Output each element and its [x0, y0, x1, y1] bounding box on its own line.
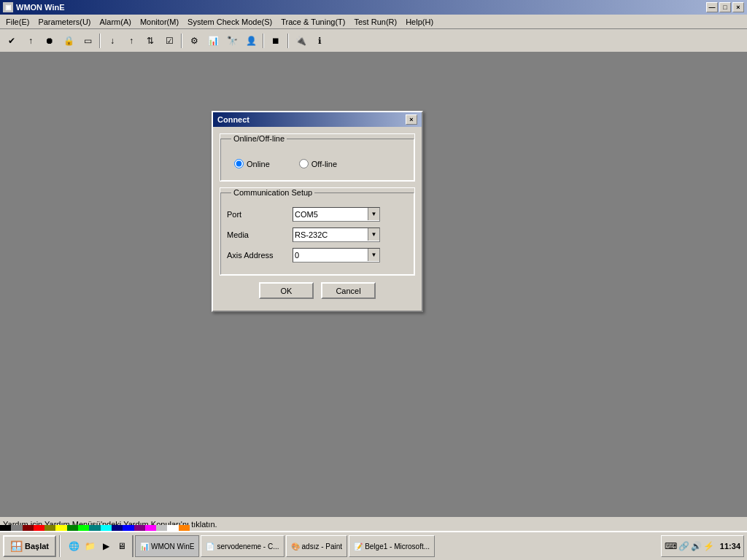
online-radio[interactable]	[234, 159, 244, 168]
toolbar-monitor[interactable]: 📊	[204, 32, 222, 50]
servo-icon: 📄	[206, 542, 214, 551]
port-select[interactable]: COM1 COM2 COM3 COM4 COM5 COM6 COM7 COM8	[293, 207, 380, 222]
color-orange	[179, 525, 190, 531]
offline-radio[interactable]	[299, 159, 309, 168]
comm-setup-legend: Communication Setup	[231, 188, 314, 197]
menu-test-run[interactable]: Test Run(R)	[349, 16, 401, 28]
toolbar-sep-1	[99, 34, 101, 48]
dialog-title-bar: Connect ×	[213, 112, 422, 127]
toolbar-sep-4	[287, 34, 289, 48]
online-offline-legend: Online/Off-line	[231, 134, 287, 143]
color-maroon	[23, 525, 34, 531]
offline-label-text: Off-line	[311, 160, 337, 168]
toolbar-compare[interactable]: ⇅	[142, 32, 159, 50]
wmon-label: WMON WinE	[151, 542, 194, 551]
toolbar-person[interactable]: 👤	[242, 32, 260, 50]
taskbar-servo[interactable]: 📄 servodeneme - C...	[201, 535, 284, 557]
menu-monitor[interactable]: Monitor(M)	[136, 16, 183, 28]
taskbar-wmon[interactable]: 📊 WMON WinE	[135, 535, 199, 557]
dialog-close-button[interactable]: ×	[406, 114, 417, 125]
dialog-body: Online/Off-line Online Off-line Communic…	[213, 127, 422, 311]
comm-setup-group: Communication Setup Port COM1 COM2 COM3 …	[220, 188, 414, 275]
tray-keyboard: ⌨	[665, 541, 677, 551]
toolbar-checkmark[interactable]: ✔	[3, 32, 20, 50]
offline-radio-label[interactable]: Off-line	[299, 159, 337, 168]
toolbar-download[interactable]: ↓	[104, 32, 121, 50]
online-label-text: Online	[247, 160, 270, 168]
close-button[interactable]: ×	[732, 2, 744, 12]
cancel-button[interactable]: Cancel	[321, 282, 376, 299]
online-radio-label[interactable]: Online	[234, 159, 270, 168]
dialog-buttons: OK Cancel	[220, 282, 414, 303]
window-title: WMON WinE	[16, 3, 65, 12]
main-area: Connect × Online/Off-line Online Off-lin…	[0, 52, 747, 509]
dialog-title-text: Connect	[217, 115, 249, 124]
toolbar-record[interactable]: ⏺	[41, 32, 58, 50]
menu-parameters[interactable]: Parameters(U)	[34, 16, 95, 28]
toolbar-upload[interactable]: ↑	[22, 32, 39, 50]
wmon-icon: 📊	[140, 542, 149, 551]
media-label: Media	[227, 230, 293, 239]
toolbar-sep-3	[263, 34, 264, 48]
ok-button[interactable]: OK	[259, 282, 314, 299]
color-gray	[11, 525, 22, 531]
maximize-button[interactable]: □	[719, 2, 731, 12]
start-icon: 🪟	[10, 540, 23, 552]
online-offline-group: Online/Off-line Online Off-line	[220, 134, 414, 181]
app-icon: ▣	[3, 2, 13, 12]
color-lime	[78, 525, 89, 531]
start-label: Başlat	[25, 542, 49, 551]
clock: 11:34	[716, 542, 740, 551]
tray-battery: ⚡	[703, 541, 714, 551]
toolbar-check2[interactable]: ☑	[160, 32, 178, 50]
paint-label: adsız - Paint	[302, 542, 343, 551]
menu-system-check[interactable]: System Check Mode(S)	[183, 16, 276, 28]
axis-select-wrapper: 0 1 2 3 4 5 6 7 ▼	[293, 248, 380, 262]
radio-group: Online Off-line	[227, 153, 408, 174]
ql-minimize[interactable]: 🖥	[115, 539, 129, 553]
toolbar-upload2[interactable]: ↑	[123, 32, 140, 50]
ql-folder[interactable]: 📁	[82, 539, 97, 553]
axis-address-select[interactable]: 0 1 2 3 4 5 6 7	[293, 248, 380, 262]
ql-ie[interactable]: 🌐	[66, 539, 81, 553]
media-select[interactable]: RS-232C RS-422 USB	[293, 228, 380, 242]
word-label: Belge1 - Microsoft...	[365, 542, 430, 551]
servo-label: servodeneme - C...	[217, 542, 279, 551]
toolbar-window[interactable]: ▭	[79, 32, 96, 50]
menu-trace-tuning[interactable]: Trace & Tuning(T)	[276, 16, 349, 28]
taskbar-paint[interactable]: 🎨 adsız - Paint	[286, 535, 348, 557]
taskbar-word[interactable]: 📝 Belge1 - Microsoft...	[349, 535, 435, 557]
toolbar-info[interactable]: ℹ	[311, 32, 328, 50]
window-controls: — □ ×	[706, 2, 744, 12]
connect-dialog: Connect × Online/Off-line Online Off-lin…	[212, 111, 423, 312]
tray-network: 🔗	[678, 541, 689, 551]
color-red	[34, 525, 44, 531]
menu-help[interactable]: Help(H)	[401, 16, 438, 28]
system-tray: ⌨ 🔗 🔊 ⚡ 11:34	[661, 535, 744, 557]
color-strip	[0, 525, 190, 531]
media-select-wrapper: RS-232C RS-422 USB ▼	[293, 228, 380, 242]
start-button[interactable]: 🪟 Başlat	[3, 535, 56, 557]
port-row: Port COM1 COM2 COM3 COM4 COM5 COM6 COM7 …	[227, 207, 408, 222]
menu-file[interactable]: File(E)	[1, 16, 34, 28]
menu-alarm[interactable]: Alarm(A)	[96, 16, 136, 28]
title-bar: ▣ WMON WinE — □ ×	[0, 0, 747, 15]
toolbar-lock[interactable]: 🔒	[60, 32, 77, 50]
taskbar-divider-1	[59, 535, 61, 557]
color-olive	[44, 525, 55, 531]
color-green	[67, 525, 78, 531]
color-navy	[112, 525, 123, 531]
color-aqua	[101, 525, 112, 531]
color-blue	[123, 525, 133, 531]
axis-address-label: Axis Address	[227, 251, 293, 260]
toolbar: ✔ ↑ ⏺ 🔒 ▭ ↓ ↑ ⇅ ☑ ⚙ 📊 🔭 👤 ⏹ 🔌 ℹ	[0, 29, 747, 52]
menu-bar: File(E) Parameters(U) Alarm(A) Monitor(M…	[0, 15, 747, 29]
toolbar-connect[interactable]: 🔌	[292, 32, 309, 50]
toolbar-stop[interactable]: ⏹	[267, 32, 285, 50]
toolbar-scope[interactable]: 🔭	[223, 32, 241, 50]
ql-media[interactable]: ▶	[98, 539, 113, 553]
media-row: Media RS-232C RS-422 USB ▼	[227, 228, 408, 242]
paint-icon: 🎨	[291, 542, 300, 551]
minimize-button[interactable]: —	[706, 2, 718, 12]
toolbar-gear[interactable]: ⚙	[185, 32, 203, 50]
